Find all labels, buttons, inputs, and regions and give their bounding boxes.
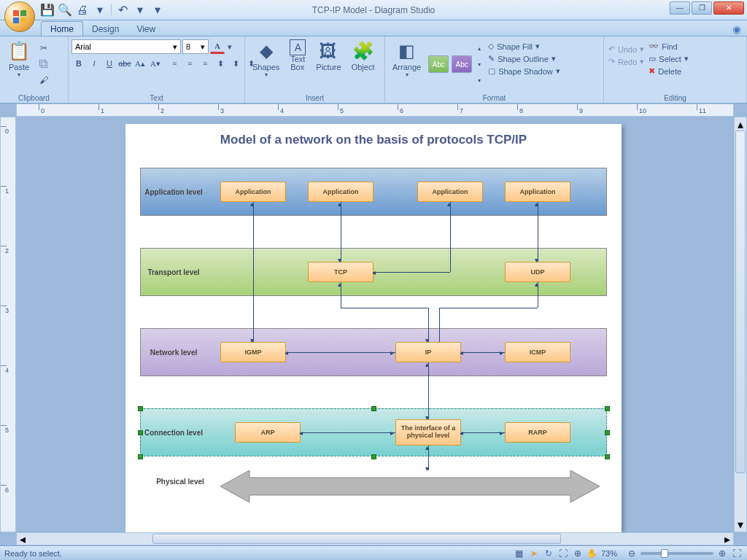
page[interactable]: Model of a network on the basis of proto… bbox=[125, 124, 622, 532]
delete-button[interactable]: ✖Delete bbox=[647, 66, 690, 77]
node-app1[interactable]: Application bbox=[220, 182, 286, 202]
zoom-in-button[interactable]: ⊕ bbox=[716, 548, 728, 559]
maximize-button[interactable]: ❐ bbox=[692, 1, 712, 15]
sel-handle[interactable] bbox=[138, 406, 143, 411]
qat-print-button[interactable]: 🖨 bbox=[76, 4, 89, 17]
node-tcp[interactable]: TCP bbox=[308, 262, 374, 282]
style-scroll-down[interactable]: ▾ bbox=[475, 57, 484, 71]
qat-preview-button[interactable]: 🔍 bbox=[58, 4, 71, 17]
node-ip[interactable]: IP bbox=[395, 342, 461, 362]
qat-undo-button[interactable]: ↶ bbox=[116, 4, 129, 17]
align-center-button[interactable]: ≡ bbox=[182, 56, 197, 71]
tab-design[interactable]: Design bbox=[83, 22, 128, 36]
connector[interactable] bbox=[439, 308, 440, 342]
sel-handle[interactable] bbox=[605, 454, 610, 459]
paste-button[interactable]: 📋 Paste▾ bbox=[3, 38, 35, 79]
shapes-button[interactable]: ◆Shapes▾ bbox=[248, 38, 284, 79]
connector[interactable] bbox=[301, 432, 395, 433]
connector[interactable] bbox=[439, 308, 538, 308]
status-globe-icon[interactable]: ⊕ bbox=[572, 548, 584, 559]
connector[interactable] bbox=[341, 202, 341, 262]
align-middle-button[interactable]: ⬍ bbox=[228, 56, 243, 71]
connector[interactable] bbox=[428, 362, 429, 419]
node-igmp[interactable]: IGMP bbox=[220, 342, 286, 362]
zoom-out-button[interactable]: ⊖ bbox=[626, 548, 638, 559]
scroll-thumb-h[interactable] bbox=[152, 534, 561, 544]
align-top-button[interactable]: ⬍ bbox=[213, 56, 228, 71]
zoom-knob[interactable] bbox=[661, 549, 668, 558]
select-button[interactable]: ▭Select ▾ bbox=[647, 53, 690, 64]
tab-home[interactable]: Home bbox=[41, 21, 83, 36]
connector[interactable] bbox=[538, 202, 538, 262]
find-button[interactable]: 👓Find bbox=[647, 41, 690, 52]
scrollbar-horizontal[interactable]: ◂ ▸ bbox=[16, 532, 734, 545]
tab-view[interactable]: View bbox=[128, 22, 164, 36]
undo-button[interactable]: ↶Undo ▾ bbox=[607, 44, 646, 55]
sel-handle[interactable] bbox=[605, 430, 610, 435]
sel-handle[interactable] bbox=[138, 430, 143, 435]
strike-button[interactable]: abc bbox=[117, 56, 132, 71]
close-button[interactable]: ✕ bbox=[713, 1, 744, 15]
connector[interactable] bbox=[450, 202, 451, 272]
node-app2[interactable]: Application bbox=[308, 182, 374, 202]
node-arp[interactable]: ARP bbox=[235, 422, 301, 443]
style-gallery-button[interactable]: ▾ bbox=[475, 73, 484, 88]
font-combo[interactable]: Arial▾ bbox=[71, 39, 181, 54]
ruler-vertical[interactable]: 01234567 bbox=[0, 117, 16, 532]
sel-handle[interactable] bbox=[371, 406, 376, 411]
connector[interactable] bbox=[253, 202, 254, 342]
connector[interactable] bbox=[461, 352, 505, 353]
format-painter-button[interactable]: 🖌 bbox=[36, 73, 51, 88]
physical-arrow[interactable] bbox=[220, 470, 600, 502]
status-rotate-icon[interactable]: ↻ bbox=[543, 548, 554, 559]
connector[interactable] bbox=[341, 308, 428, 308]
qat-print-dropdown[interactable]: ▾ bbox=[93, 4, 107, 17]
italic-button[interactable]: I bbox=[87, 56, 101, 71]
qat-customize-dropdown[interactable]: ▾ bbox=[151, 4, 164, 17]
sel-handle[interactable] bbox=[371, 454, 376, 459]
textbox-button[interactable]: AText Box bbox=[285, 38, 310, 73]
node-app3[interactable]: Application bbox=[417, 182, 483, 202]
qat-undo-dropdown[interactable]: ▾ bbox=[133, 4, 147, 17]
redo-button[interactable]: ↷Redo ▾ bbox=[607, 56, 646, 67]
node-iface[interactable]: The interface of a physical level bbox=[395, 419, 461, 446]
scrollbar-vertical[interactable]: ▴ ▾ bbox=[734, 117, 747, 532]
font-color-dropdown[interactable]: ▾ bbox=[226, 39, 233, 54]
shape-shadow-button[interactable]: ▢Shape Shadow ▾ bbox=[487, 66, 562, 77]
zoom-fit-button[interactable]: ⛶ bbox=[731, 548, 743, 559]
help-button[interactable]: ◉ bbox=[732, 23, 741, 35]
cut-button[interactable]: ✂ bbox=[36, 41, 51, 55]
status-pointer-icon[interactable]: ➤ bbox=[528, 548, 540, 559]
status-hand-icon[interactable]: ✋ bbox=[587, 548, 598, 559]
zoom-value[interactable]: 73% bbox=[601, 549, 617, 558]
connector[interactable] bbox=[461, 432, 505, 433]
align-right-button[interactable]: ≡ bbox=[198, 56, 212, 71]
scroll-thumb-v[interactable] bbox=[735, 131, 746, 473]
grow-font-button[interactable]: A▴ bbox=[133, 56, 147, 71]
shrink-font-button[interactable]: A▾ bbox=[148, 56, 163, 71]
qat-save-button[interactable]: 💾 bbox=[41, 4, 54, 17]
node-rarp[interactable]: RARP bbox=[505, 422, 570, 443]
sel-handle[interactable] bbox=[605, 406, 610, 411]
style-preview-1[interactable]: Abc bbox=[428, 55, 449, 73]
copy-button[interactable]: ⿻ bbox=[36, 57, 51, 71]
shape-fill-button[interactable]: ◇Shape Fill ▾ bbox=[487, 41, 562, 52]
status-snap-icon[interactable]: ⛶ bbox=[557, 548, 569, 559]
sel-handle[interactable] bbox=[138, 454, 143, 459]
canvas[interactable]: Model of a network on the basis of proto… bbox=[16, 117, 734, 532]
object-button[interactable]: 🧩Object bbox=[347, 38, 379, 73]
minimize-button[interactable]: — bbox=[670, 1, 690, 15]
ruler-horizontal[interactable]: 01234567891011 bbox=[16, 104, 734, 117]
underline-button[interactable]: U bbox=[102, 56, 117, 71]
zoom-slider[interactable] bbox=[640, 552, 713, 555]
shape-outline-button[interactable]: ✎Shape Outline ▾ bbox=[487, 53, 562, 64]
node-udp[interactable]: UDP bbox=[505, 262, 570, 282]
node-icmp[interactable]: ICMP bbox=[505, 342, 570, 362]
bold-button[interactable]: B bbox=[71, 56, 86, 71]
status-page-icon[interactable]: ▦ bbox=[514, 548, 525, 559]
arrange-button[interactable]: ◧Arrange▾ bbox=[388, 38, 425, 79]
font-color-button[interactable]: A bbox=[210, 39, 225, 54]
align-left-button[interactable]: ≡ bbox=[167, 56, 182, 71]
node-app4[interactable]: Application bbox=[505, 182, 570, 202]
app-orb-button[interactable] bbox=[4, 1, 35, 32]
